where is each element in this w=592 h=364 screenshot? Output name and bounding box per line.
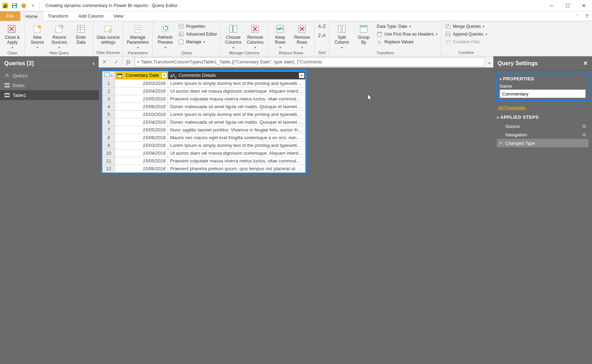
step-changed-type[interactable]: Changed Type — [497, 139, 588, 147]
help-icon[interactable]: ? — [582, 11, 592, 21]
cell-comments[interactable]: Mauris nec mauris eget erat fringilla sc… — [168, 134, 306, 141]
step-source[interactable]: Source⚙ — [497, 122, 588, 130]
group-by-button[interactable]: Group By — [353, 23, 374, 46]
manage-parameters-button[interactable]: Manage Parameters — [125, 23, 150, 50]
row-number[interactable]: 2 — [103, 87, 115, 95]
cell-comments[interactable]: Ut auctor diam vel massa dignissim scele… — [168, 149, 306, 157]
formula-input[interactable] — [135, 57, 485, 67]
cell-date[interactable]: 15/05/2016 — [115, 157, 168, 165]
row-number[interactable]: 11 — [103, 157, 115, 165]
collapse-ribbon-icon[interactable]: ˄ — [572, 11, 582, 21]
merge-queries-button[interactable]: Merge Queries — [444, 23, 489, 30]
table-row[interactable]: 515/03/2016Lorem Ipsum is simply dummy t… — [103, 110, 306, 118]
cell-date[interactable]: 15/04/2016 — [115, 87, 168, 95]
data-type-button[interactable]: Data Type: Date — [375, 23, 439, 30]
tab-home[interactable]: Home — [20, 11, 43, 21]
cell-date[interactable]: 15/04/2016 — [115, 149, 168, 157]
first-row-headers-button[interactable]: Use First Row as Headers — [375, 30, 439, 38]
query-item-query1[interactable]: fxQuery1 — [0, 70, 99, 80]
table-row[interactable]: 1115/05/2016Praesent vulputate massa viv… — [103, 157, 306, 165]
formula-cancel-button[interactable]: ✕ — [99, 56, 111, 68]
row-number[interactable]: 5 — [103, 110, 115, 118]
replace-values-button[interactable]: 12 Replace Values — [375, 38, 439, 46]
column-header-comments[interactable]: ABC Comments Details — [168, 72, 306, 80]
query-item-table1[interactable]: Table1 — [0, 90, 99, 100]
save-icon[interactable] — [11, 2, 18, 10]
row-number[interactable]: 1 — [103, 79, 115, 87]
table-row[interactable]: 415/06/2016Donec malesuada sit amet ligu… — [103, 103, 306, 110]
sort-desc-button[interactable]: Z↓A — [317, 32, 327, 39]
cell-comments[interactable]: Praesent vulputate massa viverra metus l… — [168, 157, 306, 165]
query-name-input[interactable] — [500, 90, 586, 98]
data-grid[interactable]: Comentary Date ABC Comments Details 115/… — [102, 71, 306, 173]
applied-steps-heading[interactable]: APPLIED STEPS — [497, 115, 588, 120]
cell-date[interactable]: 15/03/2016 — [115, 110, 168, 118]
enter-data-button[interactable]: Enter Data — [71, 23, 91, 46]
cell-date[interactable]: 15/03/2016 — [115, 79, 168, 87]
cell-comments[interactable]: Praesent vulputate massa viverra metus l… — [168, 95, 306, 103]
new-source-button[interactable]: New Source — [27, 23, 48, 50]
close-and-apply-button[interactable]: Close & Apply — [2, 23, 23, 50]
cell-comments[interactable]: Lorem Ipsum is simply dummy text of the … — [168, 79, 306, 87]
cell-date[interactable]: 15/06/2016 — [115, 134, 168, 141]
query-item-dates[interactable]: Dates — [0, 80, 99, 90]
gear-icon[interactable]: ⚙ — [582, 124, 586, 129]
tab-transform[interactable]: Transform — [43, 11, 74, 21]
split-column-button[interactable]: Split Column — [332, 23, 352, 50]
cell-comments[interactable]: Donec malesuada sit amet ligula vel matt… — [168, 103, 306, 110]
row-number[interactable]: 8 — [103, 134, 115, 141]
properties-heading[interactable]: PROPERTIES — [500, 76, 586, 81]
table-row[interactable]: 715/05/2016Nunc sagittis laoreet porttit… — [103, 126, 306, 134]
row-number[interactable]: 6 — [103, 118, 115, 126]
close-settings-icon[interactable]: ✕ — [583, 60, 588, 67]
collapse-queries-icon[interactable]: ‹ — [93, 60, 94, 67]
remove-columns-button[interactable]: Remove Columns — [245, 23, 265, 50]
column-filter-comments-icon[interactable] — [299, 73, 304, 78]
row-number[interactable]: 3 — [103, 95, 115, 103]
cell-comments[interactable]: Donec malesuada sit amet ligula vel matt… — [168, 118, 306, 126]
table-row[interactable]: 815/06/2016Mauris nec mauris eget erat f… — [103, 134, 306, 141]
table-row[interactable]: 315/05/2016Praesent vulputate massa vive… — [103, 95, 306, 103]
close-button[interactable]: ✕ — [576, 0, 592, 11]
grid-corner[interactable] — [103, 72, 115, 80]
column-filter-date-icon[interactable] — [161, 73, 167, 78]
fx-icon[interactable]: fx — [123, 56, 135, 68]
cell-comments[interactable]: Nunc sagittis laoreet porttitor. Vivamus… — [168, 126, 306, 134]
tab-view[interactable]: View — [109, 11, 128, 21]
table-row[interactable]: 1015/04/2016Ut auctor diam vel massa dig… — [103, 149, 306, 157]
sort-asc-button[interactable]: A↓Z — [317, 23, 327, 30]
remove-rows-button[interactable]: Remove Rows — [292, 23, 312, 50]
row-number[interactable]: 4 — [103, 103, 115, 110]
cell-comments[interactable]: Lorem Ipsum is simply dummy text of the … — [168, 110, 306, 118]
append-queries-button[interactable]: Append Queries — [444, 30, 489, 38]
cell-date[interactable]: 15/05/2016 — [115, 126, 168, 134]
feedback-smiley-icon[interactable] — [20, 2, 27, 10]
cell-date[interactable]: 15/05/2016 — [115, 95, 168, 103]
data-source-settings-button[interactable]: Data source settings — [96, 23, 121, 46]
table-row[interactable]: 1215/06/2016Praesent pharetra pretium ip… — [103, 165, 306, 172]
step-navigation[interactable]: Navigation⚙ — [497, 130, 588, 139]
row-number[interactable]: 7 — [103, 126, 115, 134]
keep-rows-button[interactable]: Keep Rows — [270, 23, 290, 50]
manage-query-button[interactable]: Manage — [177, 38, 218, 46]
advanced-editor-button[interactable]: fx Advanced Editor — [177, 30, 218, 38]
all-properties-link[interactable]: All Properties — [493, 104, 592, 112]
table-row[interactable]: 215/04/2016Ut auctor diam vel massa dign… — [103, 87, 306, 95]
table-row[interactable]: 615/04/2016Donec malesuada sit amet ligu… — [103, 118, 306, 126]
cell-comments[interactable]: Praesent pharetra pretium ipsum, quis te… — [168, 165, 306, 172]
recent-sources-button[interactable]: Recent Sources — [49, 23, 69, 50]
column-header-date[interactable]: Comentary Date — [115, 72, 168, 80]
qat-dropdown-icon[interactable]: ▾ — [29, 2, 37, 10]
cell-date[interactable]: 15/06/2016 — [115, 165, 168, 172]
gear-icon[interactable]: ⚙ — [582, 132, 586, 137]
minimize-button[interactable]: ─ — [543, 0, 560, 11]
cell-comments[interactable]: Ut auctor diam vel massa dignissim scele… — [168, 87, 306, 95]
tab-add-column[interactable]: Add Column — [73, 11, 109, 21]
row-number[interactable]: 9 — [103, 141, 115, 149]
row-number[interactable]: 10 — [103, 149, 115, 157]
combine-files-button[interactable]: Combine Files — [444, 38, 489, 46]
row-number[interactable]: 12 — [103, 165, 115, 172]
formula-expand-icon[interactable]: ⌄ — [485, 58, 493, 65]
properties-button[interactable]: Properties — [177, 23, 218, 30]
cell-date[interactable]: 15/04/2016 — [115, 118, 168, 126]
